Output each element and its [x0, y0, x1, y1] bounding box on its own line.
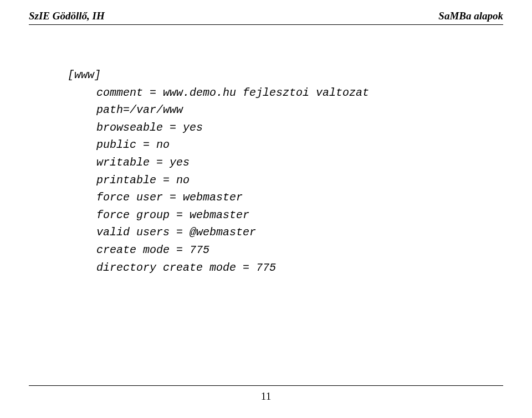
page-number: 11 — [29, 390, 503, 402]
header-right: SaMBa alapok — [438, 10, 503, 22]
config-line: comment = www.demo.hu fejlesztoi valtoza… — [68, 84, 503, 102]
config-line: force user = webmaster — [68, 189, 503, 207]
page-footer: 11 — [0, 385, 532, 402]
config-line: create mode = 775 — [68, 241, 503, 259]
config-line: browseable = yes — [68, 119, 503, 137]
footer-divider — [29, 385, 503, 386]
config-line: path=/var/www — [68, 101, 503, 119]
config-line: printable = no — [68, 172, 503, 189]
config-section: [www] — [68, 66, 503, 84]
config-line: writable = yes — [68, 154, 503, 172]
config-line: valid users = @webmaster — [68, 224, 503, 241]
document-content: [www] comment = www.demo.hu fejlesztoi v… — [0, 25, 532, 276]
page-header: SzIE Gödöllő, IH SaMBa alapok — [0, 0, 532, 24]
config-line: directory create mode = 775 — [68, 259, 503, 277]
config-line: public = no — [68, 136, 503, 154]
config-line: force group = webmaster — [68, 207, 503, 224]
header-left: SzIE Gödöllő, IH — [29, 10, 105, 22]
